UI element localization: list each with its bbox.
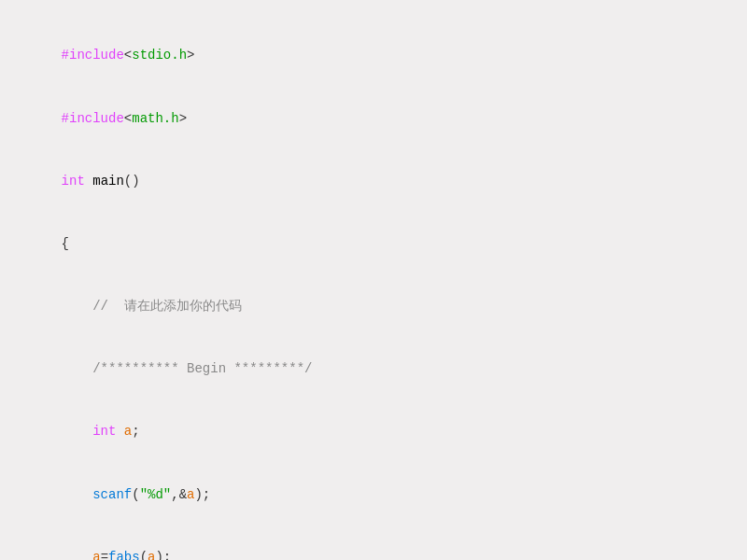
code-line-9: a=fabs(a); <box>30 525 717 560</box>
code-line-6: /********** Begin *********/ <box>30 338 717 400</box>
code-line-2: #include<math.h> <box>30 87 717 149</box>
code-line-7: int a; <box>30 400 717 463</box>
code-line-1: #include<stdio.h> <box>30 24 717 87</box>
code-line-3: int main() <box>30 149 717 212</box>
include-keyword-2: #include <box>62 111 124 126</box>
code-line-8: scanf("%d",&a); <box>30 463 717 525</box>
int-keyword: int <box>62 174 85 189</box>
include-keyword: #include <box>62 48 124 63</box>
code-line-5: // 请在此添加你的代码 <box>30 275 717 338</box>
code-line-4: { <box>30 213 717 275</box>
code-editor: #include<stdio.h> #include<math.h> int m… <box>11 9 736 560</box>
